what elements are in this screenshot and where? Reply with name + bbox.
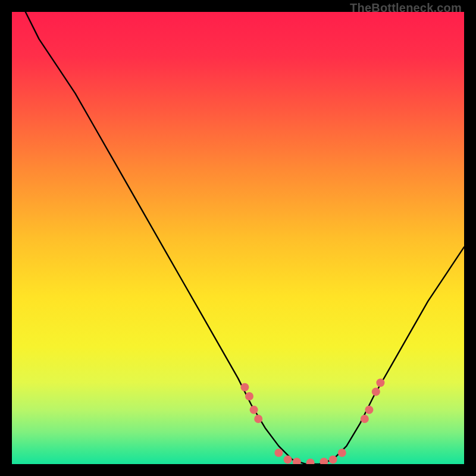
gradient-background — [12, 12, 464, 464]
highlight-dot — [254, 415, 262, 423]
highlight-dot — [240, 383, 249, 392]
highlight-dot — [361, 415, 369, 423]
highlight-dot — [338, 449, 346, 457]
highlight-dot — [245, 392, 253, 400]
highlight-dot — [284, 455, 292, 464]
highlight-dot — [329, 455, 337, 464]
highlight-dot — [250, 406, 258, 414]
highlight-dot — [365, 406, 373, 414]
highlight-dot — [376, 378, 384, 387]
watermark-text: TheBottleneck.com — [350, 1, 462, 15]
highlight-dot — [372, 387, 380, 396]
highlight-dot — [274, 449, 283, 457]
bottleneck-chart — [12, 12, 464, 464]
plot-area — [12, 12, 464, 464]
